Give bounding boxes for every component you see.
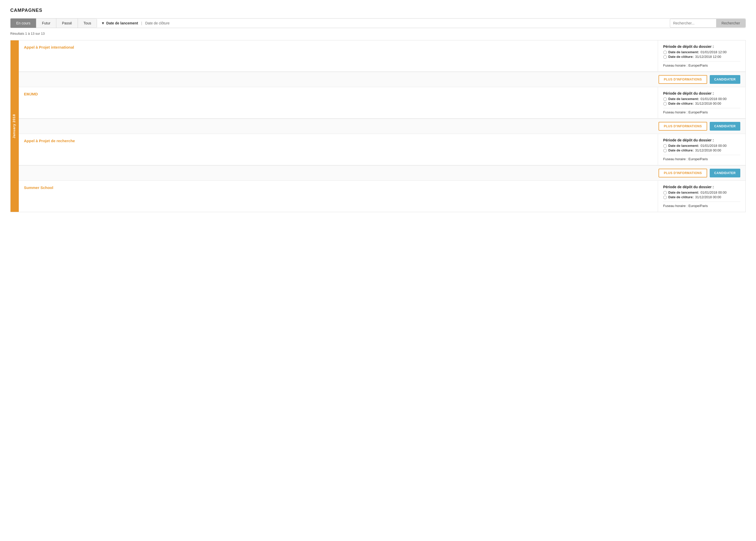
close-label: Date de clôture: xyxy=(668,102,693,105)
period-section: Période de dépôt du dossier : ◯ Date de … xyxy=(663,45,740,59)
period-title: Période de dépôt du dossier : xyxy=(663,185,740,189)
table-row: Summer School Période de dépôt du dossie… xyxy=(19,181,745,212)
table-row: Appel à Projet international Période de … xyxy=(19,40,745,87)
filter-bar: En cours Futur Passé Tous ▼ Date de lanc… xyxy=(10,18,746,28)
close-label: Date de clôture: xyxy=(668,148,693,152)
close-date-line: ◯ Date de clôture: 31/12/2018 00:00 xyxy=(663,148,740,152)
close-label: Date de clôture: xyxy=(668,55,693,59)
campaign-left: Summer School xyxy=(19,181,658,212)
clock-icon-2: ◯ xyxy=(663,196,667,199)
month-label: January 2018 xyxy=(11,40,19,212)
page-title: CAMPAGNES xyxy=(10,8,746,13)
campaign-name[interactable]: Appel à Projet de recherche xyxy=(24,139,653,143)
campaigns-list: Appel à Projet international Période de … xyxy=(19,40,745,212)
search-area: Rechercher xyxy=(670,19,745,28)
close-label: Date de clôture: xyxy=(668,195,693,199)
clock-icon-2: ◯ xyxy=(663,149,667,152)
campaign-left: Appel à Projet de recherche xyxy=(19,134,658,165)
campaign-info-row: Summer School Période de dépôt du dossie… xyxy=(19,181,745,212)
tab-en-cours[interactable]: En cours xyxy=(11,19,36,28)
period-section: Période de dépôt du dossier : ◯ Date de … xyxy=(663,138,740,152)
apply-button[interactable]: CANDIDATER xyxy=(710,122,740,131)
clock-icon: ◯ xyxy=(663,97,667,101)
timezone: Fuseau horaire : Europe/Paris xyxy=(663,61,740,67)
launch-date-line: ◯ Date de lancement: 01/01/2018 00:00 xyxy=(663,97,740,101)
close-date: 31/12/2018 00:00 xyxy=(695,102,721,105)
clock-icon-2: ◯ xyxy=(663,102,667,105)
launch-label: Date de lancement: xyxy=(668,50,699,54)
campaign-left: EMJMD xyxy=(19,87,658,118)
campaign-left: Appel à Projet international xyxy=(19,40,658,72)
campaign-name[interactable]: Appel à Projet international xyxy=(24,45,653,49)
campaign-name[interactable]: EMJMD xyxy=(24,92,653,96)
more-info-button[interactable]: PLUS D'INFORMATIONS xyxy=(658,75,707,84)
action-row: PLUS D'INFORMATIONS CANDIDATER xyxy=(19,119,745,134)
launch-label: Date de lancement: xyxy=(668,191,699,195)
launch-date-line: ◯ Date de lancement: 01/01/2018 12:00 xyxy=(663,50,740,54)
launch-date-line: ◯ Date de lancement: 01/01/2018 00:00 xyxy=(663,144,740,148)
close-date-line: ◯ Date de clôture: 31/12/2018 00:00 xyxy=(663,195,740,199)
sort-close[interactable]: Date de clôture xyxy=(145,21,170,25)
more-info-button[interactable]: PLUS D'INFORMATIONS xyxy=(658,169,707,178)
close-date-line: ◯ Date de clôture: 31/12/2018 00:00 xyxy=(663,102,740,105)
action-row: PLUS D'INFORMATIONS CANDIDATER xyxy=(19,72,745,87)
timezone: Fuseau horaire : Europe/Paris xyxy=(663,108,740,114)
search-input[interactable] xyxy=(670,19,716,28)
timezone: Fuseau horaire : Europe/Paris xyxy=(663,155,740,161)
close-date: 31/12/2018 12:00 xyxy=(695,55,721,59)
tab-tous[interactable]: Tous xyxy=(78,19,97,28)
campaign-name[interactable]: Summer School xyxy=(24,186,653,190)
tab-futur[interactable]: Futur xyxy=(36,19,56,28)
clock-icon: ◯ xyxy=(663,50,667,54)
campaign-info-row: Appel à Projet international Période de … xyxy=(19,40,745,72)
apply-button[interactable]: CANDIDATER xyxy=(710,169,740,178)
sort-separator: | xyxy=(141,21,142,25)
period-title: Période de dépôt du dossier : xyxy=(663,45,740,49)
sort-launch[interactable]: Date de lancement xyxy=(106,21,138,25)
campaign-right: Période de dépôt du dossier : ◯ Date de … xyxy=(658,87,745,118)
launch-date-line: ◯ Date de lancement: 01/01/2018 00:00 xyxy=(663,191,740,195)
period-title: Période de dépôt du dossier : xyxy=(663,138,740,142)
launch-label: Date de lancement: xyxy=(668,144,699,148)
period-title: Période de dépôt du dossier : xyxy=(663,91,740,95)
launch-date: 01/01/2018 00:00 xyxy=(700,191,726,195)
campaign-right: Période de dépôt du dossier : ◯ Date de … xyxy=(658,181,745,212)
sort-options: ▼ Date de lancement | Date de clôture xyxy=(97,19,670,27)
period-section: Période de dépôt du dossier : ◯ Date de … xyxy=(663,91,740,105)
period-section: Période de dépôt du dossier : ◯ Date de … xyxy=(663,185,740,199)
campaign-right: Période de dépôt du dossier : ◯ Date de … xyxy=(658,134,745,165)
chevron-down-icon: ▼ xyxy=(101,21,105,25)
apply-button[interactable]: CANDIDATER xyxy=(710,75,740,84)
table-row: Appel à Projet de recherche Période de d… xyxy=(19,134,745,181)
campaign-info-row: Appel à Projet de recherche Période de d… xyxy=(19,134,745,165)
clock-icon-2: ◯ xyxy=(663,55,667,59)
campaign-right: Période de dépôt du dossier : ◯ Date de … xyxy=(658,40,745,72)
more-info-button[interactable]: PLUS D'INFORMATIONS xyxy=(658,122,707,131)
close-date: 31/12/2018 00:00 xyxy=(695,195,721,199)
launch-date: 01/01/2018 12:00 xyxy=(700,50,726,54)
campaigns-group: January 2018 Appel à Projet internationa… xyxy=(10,40,746,212)
clock-icon: ◯ xyxy=(663,144,667,148)
results-count: Résultats 1 à 13 sur 13 xyxy=(10,32,746,36)
search-button[interactable]: Rechercher xyxy=(716,19,745,28)
close-date-line: ◯ Date de clôture: 31/12/2018 12:00 xyxy=(663,55,740,59)
action-row: PLUS D'INFORMATIONS CANDIDATER xyxy=(19,165,745,181)
close-date: 31/12/2018 00:00 xyxy=(695,148,721,152)
launch-label: Date de lancement: xyxy=(668,97,699,101)
timezone: Fuseau horaire : Europe/Paris xyxy=(663,202,740,208)
launch-date: 01/01/2018 00:00 xyxy=(700,97,726,101)
table-row: EMJMD Période de dépôt du dossier : ◯ Da… xyxy=(19,87,745,134)
tab-passe[interactable]: Passé xyxy=(56,19,78,28)
campaign-info-row: EMJMD Période de dépôt du dossier : ◯ Da… xyxy=(19,87,745,119)
clock-icon: ◯ xyxy=(663,191,667,195)
launch-date: 01/01/2018 00:00 xyxy=(700,144,726,148)
